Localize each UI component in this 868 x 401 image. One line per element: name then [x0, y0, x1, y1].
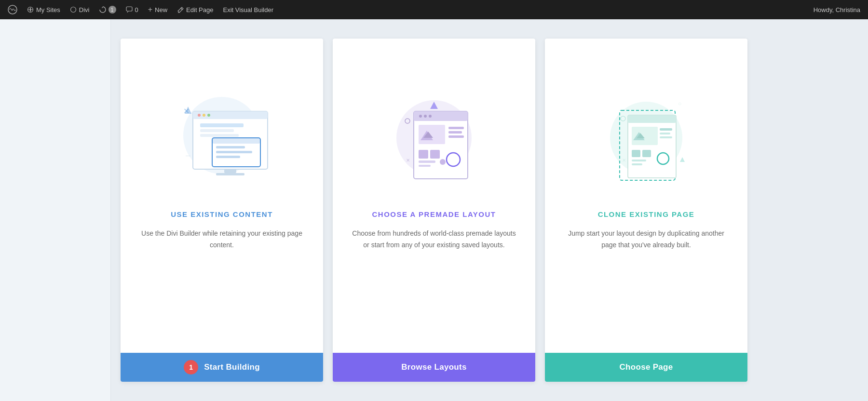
- card-1-text: USE EXISTING CONTENT Use the Divi Builde…: [121, 196, 323, 353]
- card-2-text: CHOOSE A PREMADE LAYOUT Choose from hund…: [333, 196, 535, 353]
- exit-builder-label: Exit Visual Builder: [223, 6, 273, 13]
- card-3-illustration: ✕ ○: [545, 39, 747, 196]
- exit-builder-link[interactable]: Exit Visual Builder: [223, 6, 273, 13]
- new-menu[interactable]: + New: [148, 6, 167, 13]
- my-sites-menu[interactable]: My Sites: [27, 6, 60, 13]
- card-2-description: Choose from hundreds of world-class prem…: [352, 228, 516, 251]
- comments-count: 0: [135, 6, 138, 13]
- svg-rect-58: [628, 115, 676, 123]
- card-use-existing: ✕ ◇ ○ —: [121, 39, 323, 382]
- svg-rect-65: [632, 150, 640, 157]
- card-2-title: CHOOSE A PREMADE LAYOUT: [352, 210, 516, 218]
- svg-rect-47: [419, 165, 431, 167]
- svg-text:○: ○: [678, 100, 681, 107]
- svg-rect-43: [448, 135, 464, 138]
- svg-rect-41: [448, 127, 464, 129]
- illustration-2-wrapper: ○ ✕ ✕: [371, 80, 497, 186]
- updates-badge: 1: [108, 6, 116, 13]
- card-3-text: CLONE EXISTING PAGE Jump start your layo…: [545, 196, 747, 353]
- svg-rect-25: [216, 151, 252, 153]
- edit-page-label: Edit Page: [186, 6, 213, 13]
- svg-point-18: [207, 114, 210, 117]
- choose-page-button[interactable]: Choose Page: [545, 353, 747, 382]
- svg-rect-14: [216, 173, 244, 175]
- svg-rect-46: [419, 160, 435, 163]
- card-1-title: USE EXISTING CONTENT: [140, 210, 304, 218]
- card-3-description: Jump start your layout design by duplica…: [564, 228, 728, 251]
- howdy-label: Howdy, Christina: [814, 6, 860, 13]
- edit-page-link[interactable]: Edit Page: [177, 6, 213, 13]
- my-sites-label: My Sites: [36, 6, 60, 13]
- svg-point-36: [424, 115, 427, 118]
- card-1-illustration: ✕ ◇ ○ —: [121, 39, 323, 196]
- illustration-3-wrapper: ✕ ○: [583, 80, 709, 186]
- browse-layouts-button[interactable]: Browse Layouts: [333, 353, 535, 382]
- cards-container: ✕ ◇ ○ —: [121, 39, 747, 382]
- updates-menu[interactable]: 1: [99, 6, 116, 13]
- svg-rect-57: [628, 115, 676, 178]
- illustration-1-svg: ✕ ◇ ○ —: [159, 82, 285, 184]
- svg-rect-66: [642, 150, 651, 157]
- new-label: New: [155, 6, 167, 13]
- start-building-label: Start Building: [204, 362, 260, 372]
- svg-text:—: —: [186, 153, 190, 158]
- card-1-description: Use the Divi Builder while retaining you…: [140, 228, 304, 251]
- svg-rect-19: [200, 123, 244, 127]
- wp-logo[interactable]: [8, 5, 17, 14]
- illustration-2-svg: ○ ✕ ✕: [371, 82, 497, 184]
- svg-point-3: [70, 7, 76, 13]
- card-3-title: CLONE EXISTING PAGE: [564, 210, 728, 218]
- svg-rect-68: [632, 163, 642, 165]
- svg-rect-26: [216, 156, 240, 158]
- svg-rect-23: [212, 138, 260, 144]
- card-clone-page: ✕ ○: [545, 39, 747, 382]
- svg-marker-54: [680, 157, 685, 162]
- background-page-hint: [0, 19, 111, 401]
- start-building-button[interactable]: 1 Start Building: [121, 353, 323, 382]
- svg-rect-38: [419, 125, 445, 144]
- svg-rect-24: [216, 146, 245, 148]
- comments-menu[interactable]: 0: [126, 6, 138, 13]
- svg-rect-4: [126, 7, 132, 11]
- svg-point-37: [429, 115, 432, 118]
- svg-rect-62: [660, 128, 672, 131]
- svg-rect-21: [200, 134, 239, 137]
- svg-rect-13: [224, 169, 236, 173]
- svg-rect-20: [200, 129, 234, 132]
- svg-rect-64: [660, 136, 672, 138]
- main-content: ✕ ◇ ○ —: [0, 19, 868, 401]
- svg-rect-42: [448, 131, 462, 134]
- card-premade-layout: ○ ✕ ✕: [333, 39, 535, 382]
- svg-rect-44: [419, 150, 428, 159]
- svg-text:✕: ✕: [622, 158, 626, 163]
- illustration-3-svg: ✕ ○: [583, 82, 709, 184]
- svg-point-16: [198, 114, 201, 117]
- svg-point-17: [203, 114, 205, 117]
- choose-page-label: Choose Page: [620, 362, 673, 372]
- svg-rect-45: [430, 150, 440, 159]
- svg-rect-59: [632, 127, 658, 145]
- divi-menu[interactable]: Divi: [70, 6, 90, 13]
- svg-point-35: [419, 115, 422, 118]
- admin-bar: My Sites Divi 1 0 + New Edit Page Exit V: [0, 0, 868, 19]
- svg-rect-67: [632, 160, 646, 161]
- svg-point-49: [440, 159, 446, 165]
- browse-layouts-label: Browse Layouts: [401, 362, 467, 372]
- svg-rect-33: [414, 111, 468, 179]
- step-badge-1: 1: [184, 360, 198, 374]
- divi-label: Divi: [79, 6, 90, 13]
- illustration-1-wrapper: ✕ ◇ ○ —: [159, 80, 285, 186]
- svg-text:✕: ✕: [406, 158, 410, 163]
- card-2-illustration: ○ ✕ ✕: [333, 39, 535, 196]
- svg-rect-63: [660, 133, 670, 134]
